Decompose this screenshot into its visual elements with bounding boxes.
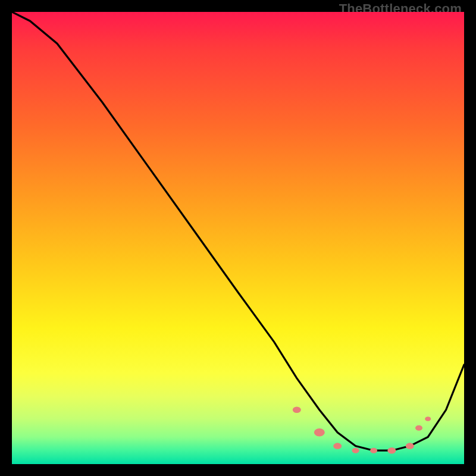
- bottleneck-curve-path: [12, 12, 464, 450]
- curve-marker: [425, 416, 431, 421]
- curve-marker: [370, 448, 377, 453]
- curve-marker: [406, 443, 414, 449]
- chart-frame: [12, 12, 464, 464]
- curve-marker: [333, 443, 342, 449]
- bottleneck-curve-svg: [12, 12, 464, 464]
- curve-marker: [387, 447, 396, 454]
- curve-marker: [352, 448, 359, 453]
- curve-marker: [415, 425, 422, 431]
- curve-marker: [293, 407, 301, 414]
- curve-marker: [314, 428, 325, 437]
